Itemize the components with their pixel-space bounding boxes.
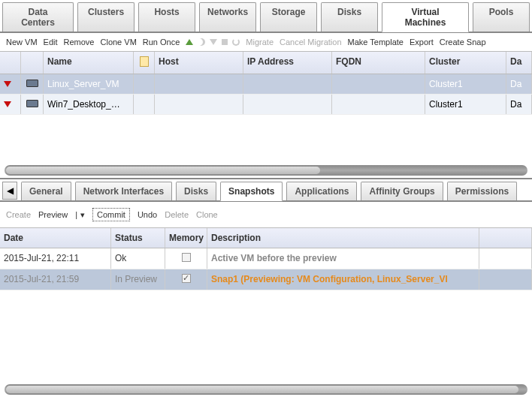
snap-preview-button[interactable]: Preview <box>38 210 68 219</box>
subtab-general[interactable]: General <box>21 182 71 200</box>
expand-icon[interactable] <box>4 81 11 87</box>
vm-name: Linux_Server_VM <box>44 74 134 94</box>
table-row[interactable]: Win7_Desktop_… Cluster1 Da <box>0 95 532 115</box>
snap-description: Snap1 (Previewing: VM Configuration, Lin… <box>211 274 448 284</box>
main-tab-bar: Data Centers Clusters Hosts Networks Sto… <box>0 0 532 33</box>
vm-icon <box>26 80 38 87</box>
snap-col-status[interactable]: Status <box>111 228 165 248</box>
bottom-scrollbar[interactable] <box>5 384 527 395</box>
memory-checkbox <box>182 274 191 283</box>
snapshot-table-header: Date Status Memory Description <box>0 227 532 248</box>
reboot-icon[interactable] <box>232 38 240 46</box>
col-ip[interactable]: IP Address <box>243 52 332 74</box>
chevron-left-icon: ◀ <box>7 185 14 196</box>
col-dc[interactable]: Da <box>506 52 532 74</box>
cancel-migration-button[interactable]: Cancel Migration <box>280 38 342 47</box>
sub-tab-bar: ◀ General Network Interfaces Disks Snaps… <box>0 179 532 202</box>
col-cluster[interactable]: Cluster <box>425 52 506 74</box>
detail-panel: ◀ General Network Interfaces Disks Snaps… <box>0 178 532 290</box>
tab-clusters[interactable]: Clusters <box>77 2 135 32</box>
snap-col-end <box>479 228 532 248</box>
subtab-disks[interactable]: Disks <box>176 182 216 200</box>
snap-col-date[interactable]: Date <box>0 228 111 248</box>
tab-pools[interactable]: Pools <box>473 2 530 32</box>
snap-commit-button[interactable]: Commit <box>92 208 130 221</box>
power-icons <box>186 38 240 46</box>
snap-delete-button[interactable]: Delete <box>165 210 189 219</box>
stop-icon[interactable] <box>222 39 228 45</box>
subtab-applications[interactable]: Applications <box>286 182 357 200</box>
edit-button[interactable]: Edit <box>44 38 58 47</box>
snap-preview-separator: | <box>75 210 77 219</box>
snap-col-description[interactable]: Description <box>207 228 479 248</box>
sub-tabs-back-button[interactable]: ◀ <box>2 182 17 200</box>
vm-table-body: Linux_Server_VM Cluster1 Da Win7_Desktop… <box>0 74 532 163</box>
snap-create-button[interactable]: Create <box>6 210 31 219</box>
snap-clone-button[interactable]: Clone <box>196 210 218 219</box>
col-doc <box>134 52 155 74</box>
snap-undo-button[interactable]: Undo <box>138 210 157 219</box>
col-host[interactable]: Host <box>155 52 243 74</box>
vm-toolbar: New VM Edit Remove Clone VM Run Once Mig… <box>0 33 532 51</box>
col-fqdn[interactable]: FQDN <box>332 52 425 74</box>
tab-networks[interactable]: Networks <box>199 2 256 32</box>
clone-vm-button[interactable]: Clone VM <box>101 38 137 47</box>
vm-name: Win7_Desktop_… <box>44 95 134 114</box>
snap-preview-dropdown[interactable]: ▾ <box>80 210 85 220</box>
remove-button[interactable]: Remove <box>64 38 95 47</box>
make-template-button[interactable]: Make Template <box>348 38 404 47</box>
subtab-snapshots[interactable]: Snapshots <box>220 182 283 201</box>
run-once-button[interactable]: Run Once <box>143 38 180 47</box>
subtab-network-interfaces[interactable]: Network Interfaces <box>75 182 172 200</box>
tab-hosts[interactable]: Hosts <box>138 2 195 32</box>
vm-scrollbar[interactable] <box>5 165 527 176</box>
vm-table-header: Name Host IP Address FQDN Cluster Da <box>0 51 532 74</box>
tab-disks[interactable]: Disks <box>321 2 378 32</box>
tab-virtual-machines[interactable]: Virtual Machines <box>382 2 469 32</box>
snap-description: Active VM before the preview <box>211 253 337 263</box>
run-icon[interactable] <box>186 39 193 45</box>
new-vm-button[interactable]: New VM <box>6 38 38 47</box>
tab-data-centers[interactable]: Data Centers <box>2 2 74 32</box>
create-snapshot-button[interactable]: Create Snap <box>440 38 486 47</box>
col-icon <box>21 52 44 74</box>
export-button[interactable]: Export <box>410 38 434 47</box>
expand-icon[interactable] <box>4 101 11 107</box>
vm-icon <box>26 100 38 107</box>
snap-col-memory[interactable]: Memory <box>165 228 207 248</box>
snapshot-row[interactable]: 2015-Jul-21, 21:59 In Preview Snap1 (Pre… <box>0 269 532 290</box>
suspend-icon[interactable] <box>198 38 205 46</box>
subtab-affinity-groups[interactable]: Affinity Groups <box>361 182 443 200</box>
col-expand <box>0 52 21 74</box>
snapshot-row[interactable]: 2015-Jul-21, 22:11 Ok Active VM before t… <box>0 248 532 269</box>
snapshot-toolbar: Create Preview | ▾ Commit Undo Delete Cl… <box>0 202 532 227</box>
doc-icon <box>140 56 149 67</box>
subtab-permissions[interactable]: Permissions <box>447 182 517 200</box>
migrate-button[interactable]: Migrate <box>246 38 274 47</box>
memory-checkbox <box>182 253 191 262</box>
tab-storage[interactable]: Storage <box>260 2 317 32</box>
table-row[interactable]: Linux_Server_VM Cluster1 Da <box>0 74 532 95</box>
col-name[interactable]: Name <box>44 52 134 74</box>
shutdown-icon[interactable] <box>210 39 217 45</box>
vm-table: Name Host IP Address FQDN Cluster Da Lin… <box>0 51 532 176</box>
